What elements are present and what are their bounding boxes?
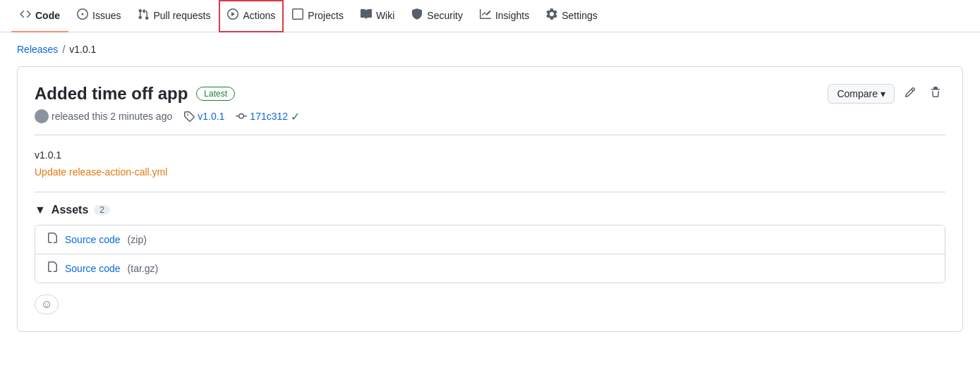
assets-section: ▼ Assets 2 Source code (zip) Source code bbox=[35, 204, 945, 283]
nav-label-code: Code bbox=[35, 10, 60, 21]
nav-item-actions[interactable]: Actions bbox=[219, 0, 284, 32]
nav-label-insights: Insights bbox=[495, 10, 529, 21]
avatar bbox=[35, 109, 49, 123]
settings-icon bbox=[546, 8, 557, 22]
release-card: Added time off app Latest Compare ▾ bbox=[17, 66, 963, 332]
compare-chevron-icon: ▾ bbox=[881, 88, 885, 99]
security-icon bbox=[411, 8, 423, 22]
emoji-reaction-button[interactable]: ☺ bbox=[35, 295, 59, 314]
delete-button[interactable] bbox=[926, 84, 945, 104]
nav-label-pull-requests: Pull requests bbox=[153, 10, 210, 21]
release-update-text: Update release-action-call.yml bbox=[35, 166, 945, 178]
release-version-text: v1.0.1 bbox=[35, 149, 945, 161]
nav-item-settings[interactable]: Settings bbox=[538, 0, 606, 32]
breadcrumb: Releases / v1.0.1 bbox=[0, 32, 980, 66]
compare-button[interactable]: Compare ▾ bbox=[828, 84, 895, 104]
released-by-text: released this 2 minutes ago bbox=[52, 111, 172, 122]
asset-list: Source code (zip) Source code (tar.gz) bbox=[35, 225, 945, 283]
asset-item-targz[interactable]: Source code (tar.gz) bbox=[35, 254, 945, 283]
projects-icon bbox=[292, 8, 303, 22]
pull-requests-icon bbox=[138, 8, 149, 22]
divider-1 bbox=[35, 135, 945, 135]
divider-2 bbox=[35, 192, 945, 192]
check-icon: ✓ bbox=[291, 110, 300, 123]
nav-label-actions: Actions bbox=[243, 10, 275, 21]
code-icon bbox=[20, 8, 31, 22]
latest-badge: Latest bbox=[196, 87, 235, 101]
nav-label-security: Security bbox=[427, 10, 463, 21]
release-commit: 171c312 ✓ bbox=[236, 110, 300, 123]
nav-item-insights[interactable]: Insights bbox=[471, 0, 538, 32]
release-header: Added time off app Latest Compare ▾ bbox=[35, 84, 945, 104]
assets-header[interactable]: ▼ Assets 2 bbox=[35, 204, 945, 216]
asset-targz-icon bbox=[47, 261, 58, 276]
nav-item-issues[interactable]: Issues bbox=[68, 0, 129, 32]
nav-item-security[interactable]: Security bbox=[403, 0, 471, 32]
issues-icon bbox=[77, 8, 88, 22]
asset-targz-label[interactable]: Source code bbox=[65, 263, 121, 274]
footer-row: ☺ bbox=[35, 295, 945, 314]
breadcrumb-current: v1.0.1 bbox=[69, 44, 96, 55]
nav-item-projects[interactable]: Projects bbox=[284, 0, 352, 32]
asset-zip-type: (zip) bbox=[128, 234, 147, 245]
nav-label-issues: Issues bbox=[92, 10, 121, 21]
assets-title: Assets bbox=[52, 204, 88, 216]
commit-link[interactable]: 171c312 bbox=[250, 111, 288, 122]
assets-triangle-icon: ▼ bbox=[35, 204, 46, 216]
breadcrumb-separator: / bbox=[62, 44, 65, 55]
compare-label: Compare bbox=[837, 88, 878, 99]
release-meta: released this 2 minutes ago v1.0.1 171c3… bbox=[35, 109, 945, 123]
main-content: Added time off app Latest Compare ▾ bbox=[0, 66, 980, 349]
nav-item-pull-requests[interactable]: Pull requests bbox=[129, 0, 219, 32]
release-tag: v1.0.1 bbox=[183, 111, 224, 122]
nav-item-code[interactable]: Code bbox=[11, 0, 68, 32]
asset-targz-type: (tar.gz) bbox=[128, 263, 159, 274]
release-notes: v1.0.1 Update release-action-call.yml bbox=[35, 147, 945, 180]
nav-item-wiki[interactable]: Wiki bbox=[352, 0, 403, 32]
breadcrumb-parent[interactable]: Releases bbox=[17, 44, 58, 55]
asset-zip-label[interactable]: Source code bbox=[65, 234, 121, 245]
release-title-row: Added time off app Latest bbox=[35, 84, 235, 104]
tag-link[interactable]: v1.0.1 bbox=[198, 111, 224, 122]
assets-count: 2 bbox=[94, 205, 110, 215]
wiki-icon bbox=[361, 8, 372, 22]
asset-item-zip[interactable]: Source code (zip) bbox=[35, 226, 945, 254]
actions-icon bbox=[227, 8, 238, 22]
release-actions: Compare ▾ bbox=[828, 84, 945, 104]
release-title: Added time off app bbox=[35, 84, 188, 104]
asset-zip-icon bbox=[47, 233, 58, 247]
nav-label-settings: Settings bbox=[562, 10, 598, 21]
nav-label-wiki: Wiki bbox=[376, 10, 394, 21]
nav-bar: Code Issues Pull requests Actions Projec… bbox=[0, 0, 980, 32]
edit-button[interactable] bbox=[900, 84, 920, 104]
nav-label-projects: Projects bbox=[308, 10, 344, 21]
insights-icon bbox=[480, 8, 491, 22]
